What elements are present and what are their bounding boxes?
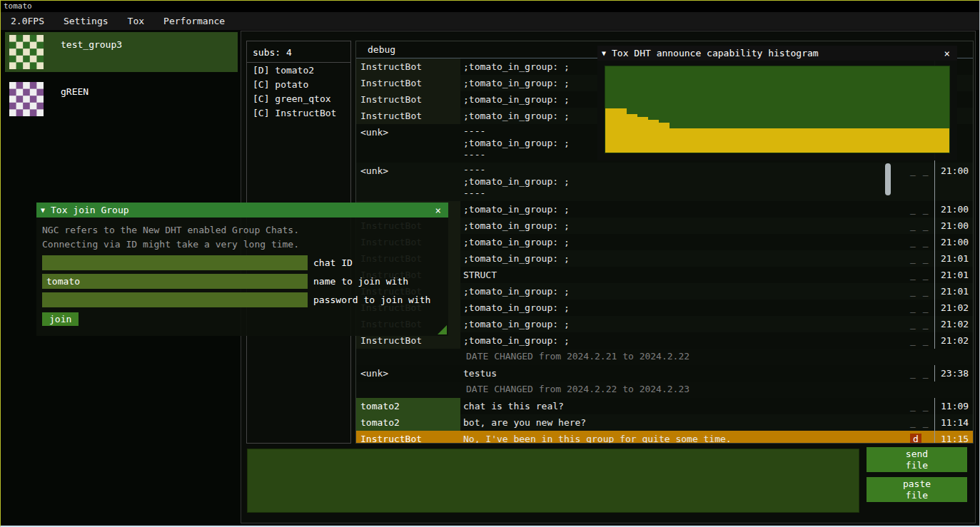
- group-avatar: [9, 82, 44, 116]
- histogram-bar: [745, 128, 756, 153]
- histogram-bar: [799, 128, 809, 153]
- app-window: tomato 2.0FPSSettingsToxPerformance test…: [0, 0, 980, 527]
- chat-message-row[interactable]: InstructBot;tomato_in_group: ;_ _21:00: [356, 234, 973, 250]
- chat-message-row[interactable]: InstructBot;tomato_in_group: ;_ _21:00: [356, 201, 973, 218]
- histogram-bar: [842, 128, 852, 153]
- collapse-icon[interactable]: ▼: [602, 49, 606, 57]
- join-input-name-to-join-with[interactable]: tomato: [42, 274, 308, 289]
- chat-message-row[interactable]: <unk>---- ;tomato_in_group: ; ----_ _21:…: [356, 163, 973, 201]
- resize-grip[interactable]: [438, 325, 447, 334]
- histogram-bar: [864, 128, 874, 153]
- histogram-titlebar[interactable]: ▼ Tox DHT announce capability histogram …: [597, 46, 957, 61]
- delivery-flags: _ _: [910, 398, 934, 414]
- menu-bar: 2.0FPSSettingsToxPerformance: [1, 12, 979, 31]
- chat-message-row[interactable]: tomato2bot, are you new here?_ _11:14: [356, 414, 973, 431]
- chat-message-row[interactable]: InstructBot;tomato_in_group: ;_ _21:02: [356, 316, 973, 332]
- chat-message-row[interactable]: tomato2chat is this real?_ _11:09: [356, 398, 973, 414]
- menu-item-tox[interactable]: Tox: [119, 14, 153, 29]
- message-input[interactable]: [247, 449, 859, 513]
- roster-list: [D] tomato2[C] potato[C] green_qtox[C] I…: [247, 63, 350, 120]
- chat-message-row[interactable]: InstructBotNo, I've been in this group f…: [356, 431, 973, 443]
- window-titlebar[interactable]: tomato: [1, 1, 979, 12]
- join-input-password-to-join-with[interactable]: [42, 292, 308, 307]
- histogram-bar: [885, 128, 896, 153]
- delivered-flag: d: [910, 434, 921, 443]
- message-time: 21:01: [934, 283, 973, 300]
- histogram-bar: [680, 128, 691, 153]
- histogram-bar: [692, 128, 702, 153]
- delivery-flags: _ _: [910, 414, 934, 431]
- message-text: ;tomato_in_group: ;: [460, 218, 910, 234]
- join-group-body: NGC refers to the New DHT enabled Group …: [36, 218, 448, 336]
- message-time: 21:02: [934, 300, 973, 316]
- histogram-bar: [756, 128, 767, 153]
- collapse-icon[interactable]: ▼: [41, 206, 45, 214]
- histogram-bar: [648, 120, 659, 153]
- roster-member[interactable]: [D] tomato2: [247, 63, 350, 77]
- delivery-flags: _ _: [910, 316, 934, 332]
- join-input-chat-ID[interactable]: [42, 255, 308, 270]
- message-time: 11:15: [934, 431, 973, 443]
- send-file-button[interactable]: send file: [867, 447, 967, 472]
- histogram-bar: [605, 108, 616, 153]
- menu-item-performance[interactable]: Performance: [155, 14, 233, 29]
- chat-message-row[interactable]: InstructBotSTRUCT_ _21:01: [356, 267, 973, 283]
- message-text: bot, are you new here?: [460, 414, 910, 431]
- message-text: chat is this real?: [460, 398, 910, 414]
- chat-message-row[interactable]: InstructBot;tomato_in_group: ;_ _21:02: [356, 300, 973, 316]
- message-time: 21:00: [934, 163, 973, 201]
- chat-scrollbar[interactable]: [885, 163, 891, 195]
- group-item-gREEN[interactable]: gREEN: [5, 79, 238, 119]
- tab-debug[interactable]: debug: [356, 42, 407, 57]
- chat-message-row[interactable]: <unk>testus_ _23:38: [356, 365, 973, 382]
- histogram-bar: [627, 114, 637, 153]
- join-group-window: ▼ Tox join Group × NGC refers to the New…: [36, 203, 448, 336]
- chat-message-row[interactable]: InstructBot;tomato_in_group: ;_ _21:02: [356, 332, 973, 349]
- chat-message-row[interactable]: InstructBot;tomato_in_group: ;_ _21:01: [356, 250, 973, 267]
- group-item-test_group3[interactable]: test_group3: [5, 32, 238, 72]
- message-time: 21:01: [934, 267, 973, 283]
- sender-name: tomato2: [356, 398, 460, 414]
- histogram-bar: [734, 128, 745, 153]
- paste-file-button[interactable]: paste file: [867, 477, 967, 502]
- histogram-plot[interactable]: [605, 66, 950, 153]
- join-info-line: Connecting via ID might take a very long…: [42, 237, 443, 252]
- roster-member[interactable]: [C] green_qtox: [247, 91, 350, 106]
- join-group-titlebar[interactable]: ▼ Tox join Group ×: [36, 203, 448, 218]
- roster-member[interactable]: [C] potato: [247, 77, 350, 91]
- histogram-bar: [670, 128, 680, 153]
- message-time: 11:09: [934, 398, 973, 414]
- chat-message-row[interactable]: InstructBot;tomato_in_group: ;_ _21:01: [356, 283, 973, 300]
- menu-item-settings[interactable]: Settings: [55, 14, 117, 29]
- message-time: 21:00: [934, 218, 973, 234]
- histogram-title: Tox DHT announce capability histogram: [612, 48, 819, 58]
- group-list: test_group3gREEN: [2, 32, 240, 126]
- chat-message-row[interactable]: InstructBot;tomato_in_group: ;_ _21:00: [356, 218, 973, 234]
- delivery-flags: d: [910, 431, 934, 443]
- delivery-flags: _ _: [910, 283, 934, 300]
- roster-member[interactable]: [C] InstructBot: [247, 106, 350, 120]
- histogram-bar: [917, 128, 928, 153]
- histogram-bar: [809, 128, 820, 153]
- histogram-bar: [713, 128, 724, 153]
- join-info-line: NGC refers to the New DHT enabled Group …: [42, 223, 443, 237]
- histogram-bar: [767, 128, 777, 153]
- sender-name: <unk>: [356, 163, 460, 179]
- join-button[interactable]: join: [42, 312, 79, 326]
- histogram-window: ▼ Tox DHT announce capability histogram …: [597, 46, 957, 161]
- message-time: 21:00: [934, 234, 973, 250]
- close-icon[interactable]: ×: [433, 205, 444, 216]
- date-divider-text: DATE CHANGED from 2024.2.21 to 2024.2.22: [460, 349, 695, 363]
- subs-header: subs: 4: [247, 41, 350, 63]
- date-divider: DATE CHANGED from 2024.2.22 to 2024.2.23: [356, 382, 973, 398]
- histogram-bar: [637, 117, 648, 153]
- close-icon[interactable]: ×: [941, 48, 953, 59]
- histogram-bar: [852, 128, 863, 153]
- join-group-title: Tox join Group: [51, 205, 129, 215]
- window-title: tomato: [4, 1, 32, 11]
- histogram-bar: [820, 128, 831, 153]
- message-text: STRUCT: [460, 267, 910, 283]
- sender-name: tomato2: [356, 414, 460, 431]
- delivery-flags: _ _: [910, 267, 934, 283]
- message-text: ;tomato_in_group: ;: [460, 201, 910, 218]
